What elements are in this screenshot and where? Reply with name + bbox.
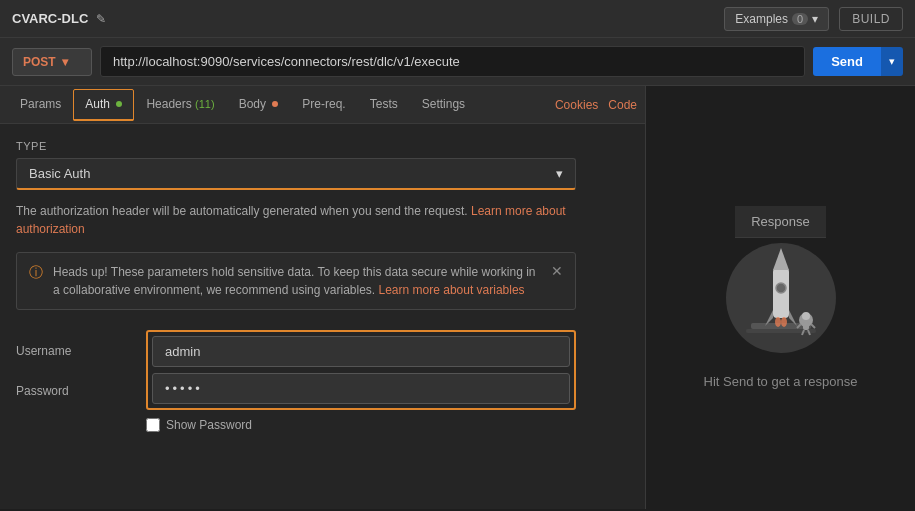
auth-type-value: Basic Auth (29, 166, 90, 181)
title-bar-right: Examples 0 ▾ BUILD (724, 7, 903, 31)
tabs-right-links: Cookies Code (555, 98, 637, 112)
auth-type-select[interactable]: Basic Auth ▾ (16, 158, 576, 190)
left-panel: Params Auth Headers (11) Body Pre-req. T… (0, 86, 645, 509)
send-btn-group: Send ▾ (813, 47, 903, 76)
tab-settings[interactable]: Settings (410, 89, 477, 121)
tab-prereq[interactable]: Pre-req. (290, 89, 357, 121)
url-bar: POST ▾ Send ▾ (0, 38, 915, 86)
tab-tests[interactable]: Tests (358, 89, 410, 121)
auth-type-chevron: ▾ (556, 166, 563, 181)
headers-badge: (11) (195, 98, 215, 110)
svg-rect-12 (803, 322, 809, 330)
body-dot (272, 101, 278, 107)
auth-active-dot (116, 101, 122, 107)
password-input[interactable] (152, 373, 570, 404)
username-input[interactable] (152, 336, 570, 367)
alert-text: Heads up! These parameters hold sensitiv… (53, 263, 541, 299)
hit-send-text: Hit Send to get a response (704, 374, 858, 389)
password-label: Password (16, 374, 146, 408)
show-password-label: Show Password (166, 418, 252, 432)
show-password-row: Show Password (16, 418, 576, 432)
tab-body[interactable]: Body (227, 89, 291, 121)
examples-count: 0 (792, 13, 808, 25)
alert-box: ⓘ Heads up! These parameters hold sensit… (16, 252, 576, 310)
title-bar: CVARC-DLC ✎ Examples 0 ▾ BUILD (0, 0, 915, 38)
credentials-fields-group (146, 330, 576, 410)
tab-auth[interactable]: Auth (73, 89, 134, 121)
alert-icon: ⓘ (29, 264, 43, 282)
rocket-illustration (721, 238, 841, 358)
send-button[interactable]: Send (813, 47, 881, 76)
tab-headers[interactable]: Headers (11) (134, 89, 226, 121)
svg-point-11 (802, 312, 810, 320)
alert-close-button[interactable]: ✕ (551, 263, 563, 279)
learn-more-variables-link[interactable]: Learn more about variables (379, 283, 525, 297)
examples-dropdown-icon: ▾ (812, 12, 818, 26)
svg-point-9 (781, 317, 787, 327)
method-dropdown-icon: ▾ (62, 55, 68, 69)
auth-description: The authorization header will be automat… (16, 202, 576, 238)
method-select[interactable]: POST ▾ (12, 48, 92, 76)
right-panel: Response (645, 86, 915, 509)
auth-content: TYPE Basic Auth ▾ The authorization head… (0, 124, 645, 509)
tabs-bar: Params Auth Headers (11) Body Pre-req. T… (0, 86, 645, 124)
auth-form: Username Password Show Password (16, 330, 576, 432)
field-labels: Username Password (16, 330, 146, 412)
credentials-with-labels: Username Password (16, 330, 576, 412)
edit-icon[interactable]: ✎ (96, 12, 106, 26)
show-password-checkbox[interactable] (146, 418, 160, 432)
tab-params[interactable]: Params (8, 89, 73, 121)
examples-button[interactable]: Examples 0 ▾ (724, 7, 829, 31)
main-content: Params Auth Headers (11) Body Pre-req. T… (0, 86, 915, 509)
method-value: POST (23, 55, 56, 69)
examples-label: Examples (735, 12, 788, 26)
svg-point-8 (775, 317, 781, 327)
code-link[interactable]: Code (608, 98, 637, 112)
response-tab-header: Response (735, 206, 826, 238)
cookies-link[interactable]: Cookies (555, 98, 598, 112)
collection-title: CVARC-DLC (12, 11, 88, 26)
title-bar-left: CVARC-DLC ✎ (12, 11, 106, 26)
send-dropdown-button[interactable]: ▾ (881, 47, 903, 76)
svg-point-5 (776, 283, 786, 293)
url-input[interactable] (100, 46, 805, 77)
build-button[interactable]: BUILD (839, 7, 903, 31)
username-label: Username (16, 334, 146, 368)
type-label: TYPE (16, 140, 629, 152)
